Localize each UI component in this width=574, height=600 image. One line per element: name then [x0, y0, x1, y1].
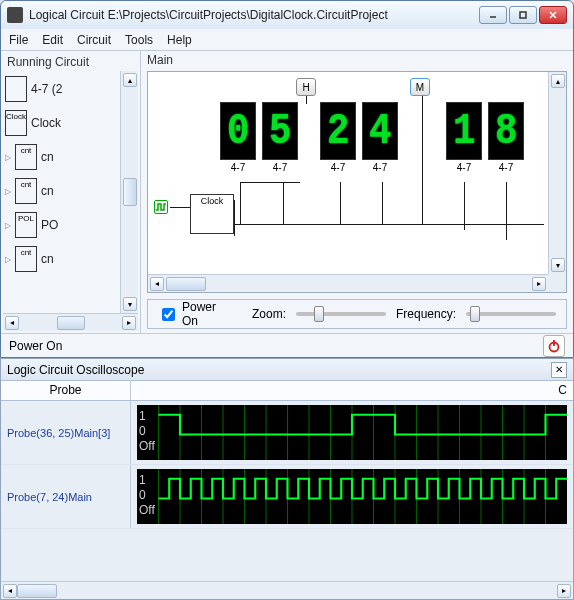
svg-rect-1: [520, 12, 526, 18]
chip-icon: cnt: [15, 178, 37, 204]
oscilloscope-close-button[interactable]: ✕: [551, 362, 567, 378]
digit-5: 84-7: [488, 102, 524, 173]
sidebar-vscroll[interactable]: ▴ ▾: [120, 71, 138, 313]
col-probe[interactable]: Probe: [1, 381, 131, 400]
scroll-down-icon[interactable]: ▾: [551, 258, 565, 272]
scroll-thumb[interactable]: [17, 584, 57, 598]
col-chan[interactable]: C: [131, 381, 573, 400]
power-on-input[interactable]: [162, 308, 175, 321]
list-item[interactable]: ▷cntcn: [3, 175, 120, 207]
list-item[interactable]: ▷POLPO: [3, 209, 120, 241]
digit-3: 44-7: [362, 102, 398, 173]
list-item[interactable]: 4-7 (2: [3, 73, 120, 105]
chip-icon: Clock: [5, 110, 27, 136]
probe-label[interactable]: Probe(36, 25)Main[3]: [1, 401, 131, 464]
menubar: File Edit Circuit Tools Help: [1, 29, 573, 51]
chip-icon: cnt: [15, 144, 37, 170]
oscilloscope-hscroll[interactable]: ◂ ▸: [1, 581, 573, 599]
button-h[interactable]: H: [296, 78, 316, 96]
digit-0: 04-7: [220, 102, 256, 173]
sidebar-title: Running Circuit: [3, 53, 138, 71]
maximize-button[interactable]: [509, 6, 537, 24]
main-title: Main: [141, 51, 573, 69]
frequency-slider[interactable]: [466, 312, 556, 316]
scroll-down-icon[interactable]: ▾: [123, 297, 137, 311]
menu-circuit[interactable]: Circuit: [77, 33, 111, 47]
list-item[interactable]: ▷cntcn: [3, 243, 120, 275]
list-item[interactable]: ClockClock: [3, 107, 120, 139]
canvas-hscroll[interactable]: ◂ ▸: [148, 274, 548, 292]
oscilloscope-row: Probe(7, 24)Main 10Off: [1, 465, 573, 529]
scroll-thumb[interactable]: [57, 316, 85, 330]
oscilloscope-panel: Logic Circuit Oscilloscope ✕ Probe C Pro…: [0, 358, 574, 600]
window-title: Logical Circuit E:\Projects\CircuitProje…: [29, 8, 479, 22]
menu-edit[interactable]: Edit: [42, 33, 63, 47]
probe-label[interactable]: Probe(7, 24)Main: [1, 465, 131, 528]
close-button[interactable]: [539, 6, 567, 24]
digit-2: 24-7: [320, 102, 356, 173]
chip-icon: POL: [15, 212, 37, 238]
frequency-label: Frequency:: [396, 307, 456, 321]
menu-file[interactable]: File: [9, 33, 28, 47]
clock-chip: Clock: [190, 194, 234, 234]
control-bar: Power On Zoom: Frequency:: [147, 299, 567, 329]
scroll-right-icon[interactable]: ▸: [557, 584, 571, 598]
status-bar: Power On: [1, 333, 573, 357]
waveform: 10Off: [137, 469, 567, 524]
zoom-label: Zoom:: [252, 307, 286, 321]
zoom-slider[interactable]: [296, 312, 386, 316]
oscilloscope-header: Probe C: [1, 381, 573, 401]
expand-icon[interactable]: ▷: [5, 255, 11, 264]
sidebar-hscroll[interactable]: ◂ ▸: [3, 313, 138, 331]
waveform: 10Off: [137, 405, 567, 460]
power-button[interactable]: [543, 335, 565, 357]
digit-4: 14-7: [446, 102, 482, 173]
scroll-right-icon[interactable]: ▸: [532, 277, 546, 291]
scroll-thumb[interactable]: [123, 178, 137, 206]
chip-icon: cnt: [15, 246, 37, 272]
power-on-checkbox[interactable]: Power On: [158, 300, 217, 328]
scroll-left-icon[interactable]: ◂: [3, 584, 17, 598]
circuit-canvas[interactable]: H M 04-7 54-7 24-7 44-7 14-7 84-7: [148, 72, 548, 274]
scroll-up-icon[interactable]: ▴: [123, 73, 137, 87]
chip-icon: [5, 76, 27, 102]
scroll-thumb[interactable]: [166, 277, 206, 291]
scroll-up-icon[interactable]: ▴: [551, 74, 565, 88]
menu-help[interactable]: Help: [167, 33, 192, 47]
app-icon: [7, 7, 23, 23]
expand-icon[interactable]: ▷: [5, 221, 11, 230]
menu-tools[interactable]: Tools: [125, 33, 153, 47]
oscilloscope-title: Logic Circuit Oscilloscope: [7, 363, 144, 377]
status-text: Power On: [9, 339, 62, 353]
button-m[interactable]: M: [410, 78, 430, 96]
digit-1: 54-7: [262, 102, 298, 173]
list-item[interactable]: ▷cntcn: [3, 141, 120, 173]
sidebar: Running Circuit 4-7 (2 ClockClock ▷cntcn…: [1, 51, 141, 333]
titlebar[interactable]: Logical Circuit E:\Projects\CircuitProje…: [1, 1, 573, 29]
canvas-vscroll[interactable]: ▴ ▾: [548, 72, 566, 274]
oscilloscope-row: Probe(36, 25)Main[3] 10Off: [1, 401, 573, 465]
scroll-left-icon[interactable]: ◂: [150, 277, 164, 291]
scroll-right-icon[interactable]: ▸: [122, 316, 136, 330]
clock-source-icon: [154, 200, 168, 214]
minimize-button[interactable]: [479, 6, 507, 24]
expand-icon[interactable]: ▷: [5, 187, 11, 196]
expand-icon[interactable]: ▷: [5, 153, 11, 162]
scroll-left-icon[interactable]: ◂: [5, 316, 19, 330]
